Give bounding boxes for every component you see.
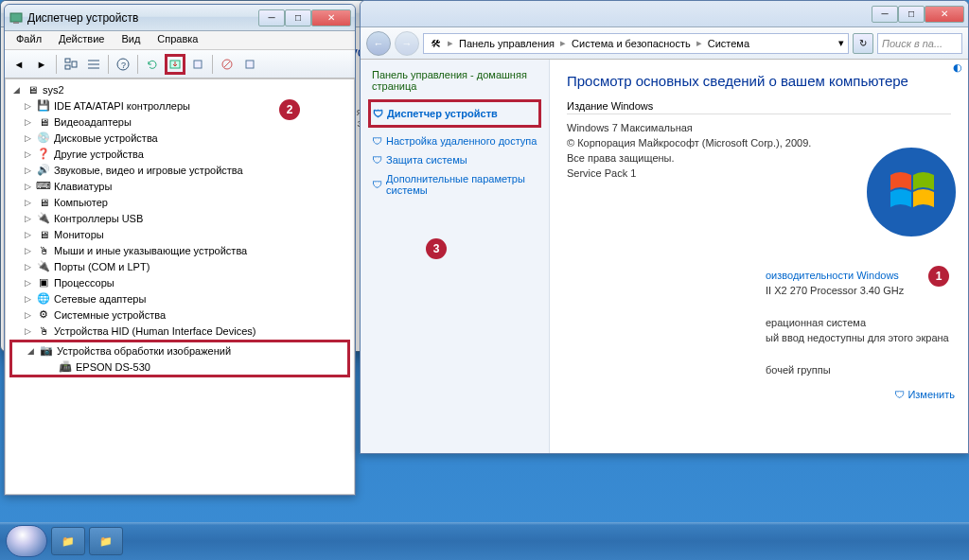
dropdown-icon[interactable]: ▾ [838, 37, 844, 49]
cpl-navbar: ← → 🛠 ▸ Панель управления ▸ Система и бе… [361, 27, 968, 60]
search-input[interactable]: Поиск в па... [877, 33, 962, 54]
tree-category[interactable]: ▷⚙Системные устройства [9, 306, 350, 323]
start-button[interactable] [6, 525, 47, 557]
cpl-main: Просмотр основных сведений о вашем компь… [550, 60, 968, 453]
device-tree[interactable]: ◢🖥sys2 ▷💾IDE ATA/ATAPI контроллеры ▷🖥Вид… [5, 79, 355, 495]
uninstall-icon[interactable] [187, 54, 208, 75]
svg-rect-14 [246, 61, 254, 68]
computer-icon: 🖥 [25, 83, 40, 96]
edition-value: Windows 7 Максимальная [567, 120, 951, 135]
control-panel-icon: 🛠 [428, 37, 443, 50]
tree-category-imaging[interactable]: ◢📷Устройства обработки изображений [12, 342, 347, 359]
annotation-badge-2: 2 [279, 99, 300, 120]
device-manager-window: Диспетчер устройств ─ □ ✕ Файл Действие … [4, 4, 356, 496]
page-heading: Просмотр основных сведений о вашем компь… [567, 73, 951, 89]
annotation-badge-1: 1 [928, 266, 949, 287]
change-link[interactable]: 🛡 Изменить [766, 387, 955, 402]
tree-device-epson[interactable]: 📠EPSON DS-530 [12, 359, 347, 375]
windows-logo [864, 145, 959, 239]
svg-rect-0 [10, 13, 22, 22]
help-icon[interactable]: ◐ [953, 61, 962, 74]
back-icon[interactable]: ◄ [9, 54, 29, 75]
perf-index-link[interactable]: оизводительности Windows [766, 268, 955, 283]
taskbar-item[interactable]: 📁 [89, 527, 123, 555]
maximize-button[interactable]: □ [898, 6, 925, 23]
annotation-badge-3: 3 [426, 238, 447, 259]
cpl-sidebar: Панель управления - домашняя страница 🛡Д… [361, 60, 550, 453]
list-view-icon[interactable] [83, 54, 104, 75]
minimize-button[interactable]: ─ [872, 6, 898, 23]
svg-rect-1 [13, 22, 19, 24]
tree-category[interactable]: ▷🖱Мыши и иные указывающие устройства [9, 242, 350, 258]
minimize-button[interactable]: ─ [258, 9, 285, 26]
svg-rect-3 [65, 65, 70, 69]
os-label: ерационная система [766, 315, 955, 330]
devmgr-icon [9, 10, 24, 26]
cpu-value: II X2 270 Processor 3.40 GHz [766, 283, 955, 298]
shield-icon: 🛡 [894, 389, 905, 400]
disable-icon[interactable] [217, 54, 238, 75]
maximize-button[interactable]: □ [285, 9, 311, 26]
devmgr-menubar: Файл Действие Вид Справка [5, 31, 355, 50]
sidebar-link-remote[interactable]: 🛡Настройка удаленного доступа [372, 131, 537, 150]
forward-icon[interactable]: ► [31, 54, 52, 75]
shield-icon: 🛡 [373, 108, 383, 119]
tree-category[interactable]: ▷🖥Мониторы [9, 226, 350, 242]
nav-back-icon[interactable]: ← [366, 31, 391, 56]
menu-help[interactable]: Справка [150, 31, 205, 49]
shield-icon: 🛡 [372, 154, 382, 166]
svg-rect-2 [65, 59, 70, 62]
svg-rect-11 [194, 61, 202, 68]
svg-line-13 [224, 61, 230, 67]
edition-label: Издание Windows [567, 100, 951, 114]
menu-view[interactable]: Вид [114, 31, 148, 49]
enable-icon[interactable] [239, 54, 260, 75]
breadcrumb[interactable]: Панель управления [455, 38, 558, 49]
svg-text:?: ? [121, 61, 126, 70]
tree-category[interactable]: ▷🔌Контроллеры USB [9, 210, 350, 226]
tree-category[interactable]: ▷▣Процессоры [9, 274, 350, 290]
tree-category[interactable]: ▷🌐Сетевые адаптеры [9, 290, 350, 306]
tree-category[interactable]: ▷🖥Компьютер [9, 194, 350, 210]
sidebar-link-advanced[interactable]: 🛡Дополнительные параметры системы [372, 169, 537, 200]
breadcrumb[interactable]: Система [704, 38, 753, 49]
taskbar[interactable]: 📁 📁 [0, 522, 969, 560]
shield-icon: 🛡 [372, 179, 382, 190]
nav-forward-icon[interactable]: → [395, 31, 419, 56]
tree-category[interactable]: ▷🖱Устройства HID (Human Interface Device… [9, 323, 350, 339]
address-bar[interactable]: 🛠 ▸ Панель управления ▸ Система и безопа… [423, 33, 849, 54]
tree-root[interactable]: ◢🖥sys2 [9, 81, 350, 97]
devmgr-toolbar: ◄ ► ? [5, 50, 355, 79]
workgroup-label: бочей группы [766, 362, 955, 377]
help-icon[interactable]: ? [113, 54, 133, 75]
tree-category[interactable]: ▷💿Дисковые устройства [9, 130, 350, 146]
close-button[interactable]: ✕ [311, 9, 351, 26]
sidebar-home-link[interactable]: Панель управления - домашняя страница [372, 69, 537, 92]
breadcrumb[interactable]: Система и безопасность [568, 38, 695, 49]
tree-category[interactable]: ▷🔌Порты (COM и LPT) [9, 258, 350, 274]
update-driver-icon[interactable] [165, 54, 185, 75]
tree-category[interactable]: ▷❓Другие устройства [9, 146, 350, 162]
scanner-icon: 📠 [58, 360, 73, 374]
sidebar-link-protection[interactable]: 🛡Защита системы [372, 150, 537, 169]
tree-category[interactable]: ▷⌨Клавиатуры [9, 178, 350, 194]
devmgr-titlebar[interactable]: Диспетчер устройств ─ □ ✕ [5, 5, 355, 31]
cpl-titlebar[interactable]: ─ □ ✕ [361, 1, 968, 27]
control-panel-window: ─ □ ✕ ← → 🛠 ▸ Панель управления ▸ Систем… [360, 0, 969, 454]
tree-category[interactable]: ▷🖥Видеоадаптеры [9, 114, 350, 130]
taskbar-item[interactable]: 📁 [51, 527, 85, 555]
imaging-icon: 📷 [39, 344, 54, 358]
menu-file[interactable]: Файл [9, 31, 49, 49]
svg-rect-4 [72, 61, 77, 67]
close-button[interactable]: ✕ [925, 6, 964, 23]
sidebar-link-devmgr[interactable]: 🛡Диспетчер устройств [373, 104, 537, 123]
shield-icon: 🛡 [372, 135, 382, 147]
refresh-icon[interactable]: ↻ [853, 33, 873, 54]
tree-category[interactable]: ▷🔊Звуковые, видео и игровые устройства [9, 162, 350, 178]
tree-view-icon[interactable] [61, 54, 81, 75]
refresh-icon[interactable] [142, 54, 163, 75]
menu-action[interactable]: Действие [51, 31, 112, 49]
pen-value: ый ввод недоступны для этого экрана [766, 330, 955, 345]
devmgr-title: Диспетчер устройств [27, 11, 258, 25]
